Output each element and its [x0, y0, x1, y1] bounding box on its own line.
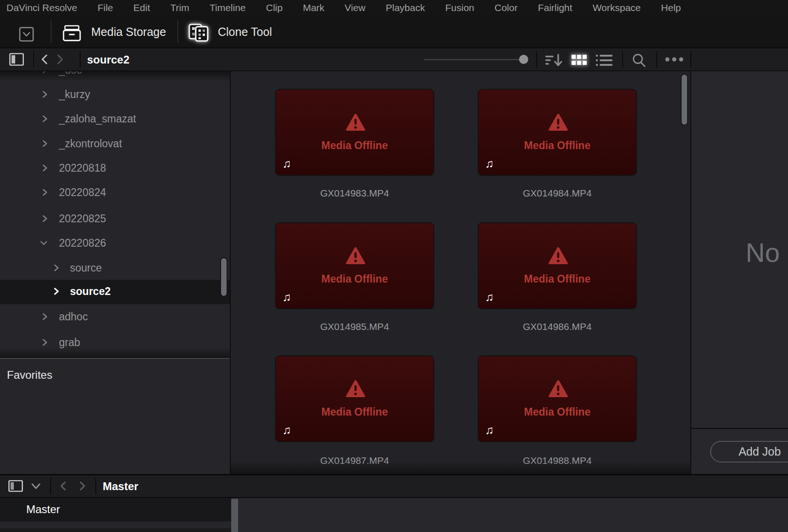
menu-item-trim[interactable]: Trim: [170, 2, 189, 13]
tree-item-zaloha-smazat[interactable]: _zaloha_smazat: [0, 107, 230, 130]
menu-item-file[interactable]: File: [98, 2, 113, 13]
search-icon[interactable]: [631, 53, 647, 68]
clip-tile-gx014984[interactable]: Media Offline ♫: [478, 89, 637, 176]
tree-item-20220826[interactable]: 20220826: [0, 231, 230, 254]
toolbar-separator: [51, 20, 52, 43]
warning-icon: [548, 246, 569, 266]
menu-item-playback[interactable]: Playback: [386, 2, 425, 13]
menu-item-edit[interactable]: Edit: [134, 2, 150, 13]
bin-list-scrollbar[interactable]: [231, 499, 238, 532]
chevron-right-icon: [52, 263, 60, 272]
favorites-label: Favorites: [7, 369, 53, 382]
media-offline-label: Media Offline: [276, 273, 433, 285]
menu-item-help[interactable]: Help: [661, 2, 681, 13]
menu-item-mark[interactable]: Mark: [303, 2, 325, 13]
sort-order-icon[interactable]: [545, 54, 562, 67]
media-storage-icon[interactable]: [63, 24, 81, 42]
forward-icon[interactable]: [55, 54, 65, 65]
clone-tool-icon[interactable]: [188, 23, 209, 42]
favorites-divider: [0, 358, 230, 359]
bin-panel-toggle-icon[interactable]: [8, 480, 23, 492]
clip-tile-gx014986[interactable]: Media Offline ♫: [478, 222, 637, 309]
back-icon[interactable]: [40, 54, 50, 65]
audio-note-icon: ♫: [282, 423, 291, 437]
audio-note-icon: ♫: [485, 290, 494, 304]
media-storage-button[interactable]: Media Storage: [91, 25, 166, 39]
clone-queue-panel: No Add Job: [691, 71, 788, 474]
chevron-right-icon: [41, 139, 49, 148]
toolbar-separator: [50, 478, 51, 494]
toolbar-separator: [33, 51, 34, 68]
thumbnail-zoom-slider-knob[interactable]: [519, 55, 528, 64]
menu-item-timeline[interactable]: Timeline: [210, 2, 246, 13]
tree-item-doc[interactable]: _doc: [0, 71, 230, 81]
clip-filename: GX014983.MP4: [275, 188, 434, 200]
media-offline-label: Media Offline: [479, 273, 636, 285]
panel-dropdown-icon[interactable]: [19, 27, 34, 42]
clip-filename: GX014988.MP4: [478, 455, 637, 467]
tree-item-source2[interactable]: source2: [0, 280, 230, 304]
bin-path-title: source2: [87, 53, 129, 66]
clip-tile-gx014987[interactable]: Media Offline ♫: [275, 355, 434, 442]
bin-list: Master: [0, 498, 788, 532]
back-icon[interactable]: [58, 481, 69, 491]
chevron-right-icon: [41, 114, 49, 123]
clone-tool-button[interactable]: Clone Tool: [218, 25, 272, 39]
clip-filename: GX014986.MP4: [478, 321, 637, 333]
clip-tile-gx014983[interactable]: Media Offline ♫: [275, 89, 434, 176]
toolbar-separator: [95, 478, 96, 494]
clip-filename: GX014987.MP4: [275, 455, 434, 467]
menu-item-fusion[interactable]: Fusion: [445, 2, 474, 13]
menu-bar: DaVinci Resolve File Edit Trim Timeline …: [0, 0, 788, 15]
bin-dropdown-icon[interactable]: [29, 483, 42, 490]
page-toolbar: Media Storage Clone Tool: [0, 15, 788, 47]
chevron-right-icon: [41, 188, 49, 197]
toolbar-separator: [622, 51, 623, 68]
menu-item-app[interactable]: DaVinci Resolve: [6, 2, 77, 13]
clip-filename: GX014984.MP4: [478, 188, 637, 200]
tree-item-20220824[interactable]: 20220824: [0, 181, 230, 204]
sidebar-toggle-icon[interactable]: [9, 53, 24, 66]
bin-list-title: Master: [103, 480, 138, 493]
tree-item-adhoc[interactable]: adhoc: [0, 305, 230, 328]
media-storage-sidebar: source2 _doc _kurzy _zaloha_smazat _zkon…: [0, 71, 230, 474]
clip-grid: Media Offline ♫ GX014983.MP4 Media Offli…: [231, 71, 690, 474]
audio-note-icon: ♫: [485, 157, 494, 170]
menu-item-view[interactable]: View: [344, 2, 365, 13]
tree-item-zkontrolovat[interactable]: _zkontrolovat: [0, 132, 230, 155]
tree-item-source[interactable]: source: [0, 256, 230, 279]
grid-view-icon[interactable]: [572, 54, 587, 66]
media-offline-label: Media Offline: [479, 406, 636, 418]
tree-item-20220818[interactable]: 20220818: [0, 156, 230, 179]
chevron-right-icon: [41, 71, 49, 75]
content-scrollbar[interactable]: [681, 74, 688, 126]
tree-item-grab[interactable]: grab: [0, 331, 230, 354]
warning-icon: [548, 379, 569, 399]
list-view-icon[interactable]: [596, 54, 613, 66]
menu-item-clip[interactable]: Clip: [266, 2, 283, 13]
clip-tile-gx014988[interactable]: Media Offline ♫: [478, 355, 637, 442]
menu-item-workspace[interactable]: Workspace: [593, 2, 641, 13]
media-offline-label: Media Offline: [276, 139, 433, 152]
toolbar-separator: [656, 51, 657, 68]
menu-item-color[interactable]: Color: [495, 2, 518, 13]
toolbar-separator: [536, 51, 537, 68]
media-offline-label: Media Offline: [276, 406, 433, 418]
bin-item-master[interactable]: Master: [0, 498, 232, 521]
more-options-icon[interactable]: [665, 57, 683, 62]
chevron-right-icon: [41, 214, 49, 223]
audio-note-icon: ♫: [485, 423, 494, 437]
thumbnail-zoom-slider[interactable]: [424, 59, 525, 60]
chevron-right-icon: [41, 163, 49, 173]
clip-tile-gx014985[interactable]: Media Offline ♫: [275, 222, 434, 309]
chevron-right-icon: [41, 90, 49, 99]
forward-icon[interactable]: [77, 481, 87, 491]
menu-item-fairlight[interactable]: Fairlight: [538, 2, 572, 13]
audio-note-icon: ♫: [282, 290, 291, 304]
sidebar-scrollbar[interactable]: [220, 257, 228, 297]
tree-item-kurzy[interactable]: _kurzy: [0, 83, 230, 106]
tree-item-20220825[interactable]: 20220825: [0, 207, 230, 230]
add-job-button[interactable]: Add Job: [710, 441, 788, 463]
chevron-right-icon: [41, 338, 49, 347]
davinci-resolve-window: DaVinci Resolve File Edit Trim Timeline …: [0, 0, 788, 532]
